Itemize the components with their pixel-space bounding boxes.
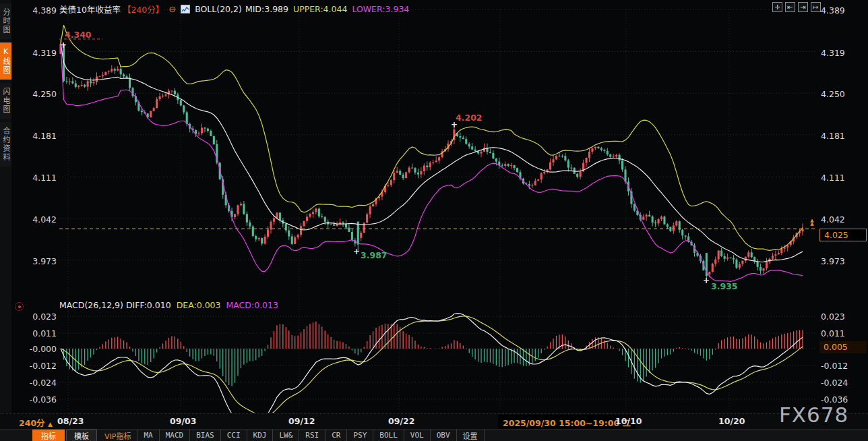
macd-tick-label: 0.011 bbox=[821, 328, 845, 339]
chevron-up-icon: ▲ bbox=[48, 421, 53, 428]
indicator-toolbar: 指标模板VIP指标MAMACDBIASCCIKDJLW&RSICRPSYBOLL… bbox=[0, 429, 868, 441]
macd-macd-value: MACD:0.013 bbox=[226, 300, 278, 310]
toolbar-item-OBV[interactable]: OBV bbox=[431, 430, 457, 441]
period-selector[interactable]: 240分 ▲ bbox=[19, 416, 53, 429]
macd-diff-value: DIFF:0.010 bbox=[126, 300, 171, 310]
toolbar-item-CR[interactable]: CR bbox=[326, 430, 347, 441]
price-tick-label: 4.319 bbox=[0, 48, 57, 58]
extreme-marker-cross: + bbox=[703, 276, 710, 285]
macd-tick-label: 0.023 bbox=[821, 312, 845, 322]
macd-tick-label: -0.012 bbox=[821, 361, 848, 371]
chart-nav-buttons: ✛⇤⇥↦ bbox=[772, 2, 821, 12]
boll-mid-value: MID:3.989 bbox=[245, 4, 288, 14]
period-tag: 【240分】 bbox=[123, 3, 164, 16]
macd-tick-label: -0.036 bbox=[0, 394, 57, 405]
price-tick-label: 4.181 bbox=[821, 131, 845, 141]
kline-chart-icon[interactable] bbox=[181, 5, 190, 13]
extreme-marker-cross: + bbox=[451, 120, 458, 129]
price-tick-label: 4.042 bbox=[0, 214, 57, 225]
price-tick-label: 4.389 bbox=[0, 5, 57, 16]
price-tick-label: 4.250 bbox=[821, 89, 845, 99]
macd-tick-label: -0.000 bbox=[0, 344, 57, 354]
date-label: 08/23 bbox=[57, 416, 84, 426]
toolbar-item-PSY[interactable]: PSY bbox=[347, 430, 373, 441]
macd-tick-label: -0.024 bbox=[0, 378, 57, 388]
extreme-marker-cross: + bbox=[353, 247, 360, 256]
extreme-marker-cross: + bbox=[60, 40, 67, 50]
toolbar-item-指标[interactable]: 指标 bbox=[32, 430, 65, 441]
macd-tick-label: -0.012 bbox=[0, 361, 57, 371]
date-label: 09/12 bbox=[288, 416, 315, 426]
macd-dea-value: DEA:0.003 bbox=[177, 300, 221, 310]
date-label: 10/10 bbox=[615, 416, 642, 426]
macd-tick-label: -0.024 bbox=[821, 378, 848, 388]
price-tick-label: 3.973 bbox=[821, 256, 845, 266]
date-label: 09/03 bbox=[170, 416, 196, 426]
annotation-peak-high: 4.202 bbox=[456, 113, 483, 123]
price-tick-label: 4.389 bbox=[821, 5, 845, 16]
toolbar-item-KDJ[interactable]: KDJ bbox=[247, 430, 274, 441]
macd-tick-label: 0.023 bbox=[0, 312, 57, 322]
toolbar-item-BIAS[interactable]: BIAS bbox=[190, 430, 221, 441]
date-label: 09/22 bbox=[388, 416, 414, 426]
toolbar-item-设置[interactable]: 设置 bbox=[457, 430, 485, 441]
price-tick-label: 4.181 bbox=[0, 131, 57, 141]
toolbar-item-BOLL[interactable]: BOLL bbox=[373, 430, 404, 441]
toolbar-item-MA[interactable]: MA bbox=[137, 430, 159, 441]
macd-header: MACD(26,12,9) DIFF:0.010 DEA:0.003 MACD:… bbox=[59, 300, 278, 310]
toolbar-item-模板[interactable]: 模板 bbox=[66, 430, 97, 441]
chart-header: 美债10年收益率 【240分】 ⊖ BOLL(20,2) MID:3.989 U… bbox=[59, 3, 409, 15]
scroll-left-icon[interactable]: ⇤ bbox=[785, 2, 795, 12]
sidebar-tab-2[interactable]: 闪电图 bbox=[0, 83, 11, 119]
symbol-title: 美债10年收益率 bbox=[59, 3, 121, 16]
price-tick-label: 4.111 bbox=[821, 173, 845, 183]
price-tick-label: 4.111 bbox=[0, 173, 57, 183]
current-price-box: 4.025 bbox=[819, 229, 867, 241]
scroll-right-icon[interactable]: ⇥ bbox=[798, 2, 808, 12]
go-latest-icon[interactable]: ↦ bbox=[811, 2, 821, 12]
current-price-marker-icon: ▲▲ bbox=[807, 219, 817, 226]
toolbar-item-VIP指标[interactable]: VIP指标 bbox=[98, 430, 137, 441]
annotation-mid-low: 3.987 bbox=[361, 250, 388, 260]
boll-indicator-label: BOLL(20,2) bbox=[195, 4, 242, 14]
collapse-icon[interactable]: ⊖ bbox=[168, 4, 176, 14]
toolbar-item-VOL[interactable]: VOL bbox=[404, 430, 431, 441]
price-tick-label: 3.973 bbox=[0, 256, 57, 266]
price-tick-label: 4.250 bbox=[0, 89, 57, 99]
pan-icon[interactable]: ✛ bbox=[772, 2, 782, 12]
price-tick-label: 4.319 bbox=[821, 48, 845, 58]
toolbar-item-RSI[interactable]: RSI bbox=[299, 430, 326, 441]
annotation-late-low: 3.935 bbox=[711, 281, 738, 291]
toolbar-item-CCI[interactable]: CCI bbox=[221, 430, 247, 441]
toolbar-item-MACD[interactable]: MACD bbox=[160, 430, 191, 441]
date-label: 10/20 bbox=[718, 416, 745, 426]
alarm-icon[interactable] bbox=[15, 302, 24, 311]
time-axis-row: 240分 ▲ 2025/09/30 15:00~19:00 二 08/2309/… bbox=[0, 413, 868, 429]
macd-params-label: MACD(26,12,9) bbox=[59, 300, 123, 310]
brand-watermark: FX678 bbox=[779, 403, 848, 427]
boll-upper-value: UPPER:4.044 bbox=[293, 4, 347, 14]
macd-tick-label: 0.011 bbox=[0, 328, 57, 339]
boll-lower-value: LOWER:3.934 bbox=[352, 4, 409, 14]
sidebar-tab-3[interactable]: 合约资料 bbox=[0, 122, 11, 167]
kline-chart-canvas[interactable] bbox=[0, 0, 868, 441]
trading-app: 分时图K线图闪电图合约资料 美债10年收益率 【240分】 ⊖ BOLL(20,… bbox=[0, 0, 868, 441]
price-tick-label: 4.042 bbox=[821, 214, 845, 225]
toolbar-item-LW&[interactable]: LW& bbox=[273, 430, 299, 441]
current-macd-box: 0.005 bbox=[819, 341, 867, 353]
annotation-start-high: 4.340 bbox=[65, 30, 92, 40]
toolbar-spacer bbox=[0, 430, 32, 441]
